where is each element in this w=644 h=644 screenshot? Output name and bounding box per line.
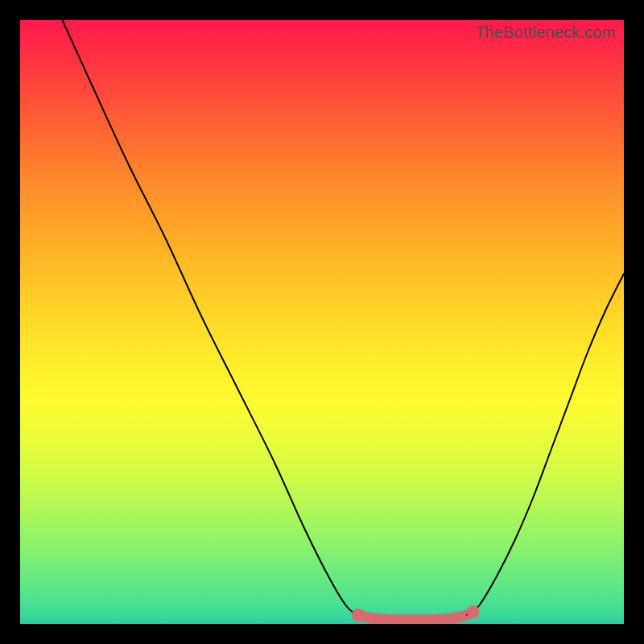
series-right-curve [467,274,624,615]
series-flat-segment [358,612,473,620]
chart-svg [20,20,624,624]
marker-0 [352,609,365,621]
marker-1 [467,605,480,618]
series-left-curve [63,20,371,618]
plot-area: TheBottleneck.com [20,20,624,624]
chart-container: TheBottleneck.com [0,0,644,644]
